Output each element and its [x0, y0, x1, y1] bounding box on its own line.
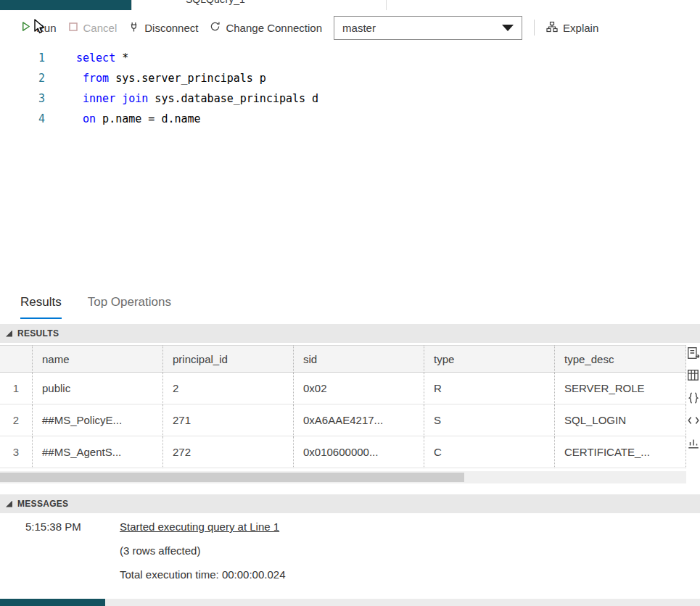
sql-text	[76, 112, 83, 125]
chevron-down-icon	[502, 25, 514, 31]
panel-tab-top-operations[interactable]: Top Operations	[88, 289, 171, 319]
sql-text	[76, 72, 83, 85]
disconnect-label: Disconnect	[144, 22, 198, 34]
editor-tab[interactable]: SQLQuery_1	[131, 0, 387, 10]
save-excel-icon[interactable]	[687, 369, 700, 382]
row-number-cell[interactable]: 2	[0, 404, 33, 436]
column-header-sid[interactable]: sid	[294, 345, 424, 373]
message-row: 5:15:38 PMStarted executing query at Lin…	[0, 515, 700, 539]
collapse-triangle-icon	[6, 331, 12, 337]
code-text: from sys.server_principals p	[45, 68, 266, 88]
sql-keyword: from	[83, 72, 109, 85]
collapse-triangle-icon	[6, 501, 12, 507]
grid-cell[interactable]: R	[424, 373, 555, 404]
grid-header-cells: nameprincipal_idsidtypetype_desc	[0, 345, 686, 373]
grid-cell[interactable]: ##MS_PolicyE...	[33, 404, 163, 436]
grid-cell[interactable]: S	[424, 404, 555, 436]
sql-text: sys.database_principals d	[148, 92, 318, 105]
message-text: (3 rows affected)	[120, 539, 200, 563]
editor-tab-label: SQLQuery_1	[186, 0, 245, 5]
grid-cell[interactable]: 271	[163, 404, 294, 436]
grid-cell[interactable]: 272	[163, 436, 294, 468]
panel-tab-results[interactable]: Results	[20, 289, 62, 319]
cancel-label: Cancel	[83, 22, 118, 34]
explain-flowchart-icon	[546, 21, 558, 35]
tab-bar: SQLQuery_1	[0, 0, 700, 10]
disconnect-button[interactable]: Disconnect	[128, 21, 198, 35]
line-number: 2	[0, 68, 45, 88]
messages-section-header[interactable]: MESSAGES	[0, 494, 700, 513]
cancel-button[interactable]: Cancel	[68, 22, 118, 34]
column-header-type_desc[interactable]: type_desc	[555, 345, 686, 373]
grid-cell[interactable]: ##MS_AgentS...	[33, 436, 163, 468]
sql-editor[interactable]: 1select *2 from sys.server_principals p3…	[0, 45, 700, 287]
editor-line: 3 inner join sys.database_principals d	[0, 88, 700, 109]
save-json-icon[interactable]	[687, 391, 700, 404]
editor-line: 4 on p.name = d.name	[0, 109, 700, 129]
grid-header-row: nameprincipal_idsidtypetype_desc	[0, 345, 686, 373]
change-connection-label: Change Connection	[226, 22, 322, 34]
chart-icon[interactable]	[687, 436, 700, 449]
messages-panel: 5:15:38 PMStarted executing query at Lin…	[0, 515, 700, 586]
cancel-icon	[68, 22, 78, 34]
status-bar-strip	[0, 599, 700, 606]
grid-cell[interactable]: 2	[163, 373, 294, 404]
results-section-header[interactable]: RESULTS	[0, 324, 700, 343]
code-text: inner join sys.database_principals d	[45, 88, 318, 109]
editor-line: 2 from sys.server_principals p	[0, 68, 700, 88]
results-section-label: RESULTS	[17, 328, 59, 339]
grid-cell[interactable]: public	[33, 373, 163, 404]
grid-action-icons	[687, 346, 700, 449]
run-button[interactable]: Run	[20, 21, 57, 34]
grid-horizontal-scrollbar[interactable]	[0, 471, 686, 483]
change-connection-button[interactable]: Change Connection	[210, 21, 322, 34]
row-number-cell[interactable]: 1	[0, 373, 33, 404]
explain-button[interactable]: Explain	[546, 21, 598, 35]
panel-tab-bar: ResultsTop Operations	[0, 287, 171, 320]
message-row: (3 rows affected)	[0, 539, 700, 563]
message-link[interactable]: Started executing query at Line 1	[120, 515, 279, 539]
status-bar-corner	[0, 599, 105, 606]
code-text: select *	[45, 48, 128, 68]
window-chrome-corner	[0, 0, 131, 10]
app-window: SQLQuery_1 Run Cancel Disconnect	[0, 0, 700, 606]
change-connection-icon	[210, 21, 221, 34]
grid-cell[interactable]: CERTIFICATE_...	[555, 436, 686, 468]
table-row: 3##MS_AgentS...2720x010600000...CCERTIFI…	[0, 436, 686, 468]
code-text: on p.name = d.name	[45, 109, 201, 129]
grid-cell[interactable]: C	[424, 436, 555, 468]
sql-text	[76, 92, 83, 105]
database-dropdown[interactable]: master	[334, 16, 522, 40]
message-text: Total execution time: 00:00:00.024	[120, 563, 286, 586]
grid-cell[interactable]: 0x010600000...	[294, 436, 424, 468]
line-number: 4	[0, 109, 45, 129]
grid-cell[interactable]: SERVER_ROLE	[555, 373, 686, 404]
save-csv-icon[interactable]	[687, 346, 700, 360]
save-xml-icon[interactable]	[687, 414, 700, 427]
disconnect-plug-icon	[128, 21, 139, 35]
sql-text: p.name = d.name	[96, 112, 201, 125]
row-number-cell[interactable]: 3	[0, 436, 33, 468]
column-header-type[interactable]: type	[424, 345, 555, 373]
message-timestamp	[0, 563, 120, 586]
scrollbar-thumb[interactable]	[0, 473, 464, 482]
column-header-name[interactable]: name	[33, 345, 163, 373]
results-grid: nameprincipal_idsidtypetype_desc 1public…	[0, 345, 686, 468]
message-timestamp	[0, 539, 120, 563]
toolbar-separator	[534, 20, 535, 36]
run-label: Run	[36, 22, 57, 34]
sql-text: *	[115, 51, 128, 65]
line-number: 3	[0, 88, 45, 109]
database-dropdown-value: master	[342, 22, 376, 34]
grid-corner-cell	[0, 345, 33, 373]
table-row: 2##MS_PolicyE...2710xA6AAE4217...SSQL_LO…	[0, 404, 686, 436]
messages-section-label: MESSAGES	[17, 499, 68, 509]
grid-body: 1public20x02RSERVER_ROLE2##MS_PolicyE...…	[0, 373, 686, 468]
grid-cell[interactable]: SQL_LOGIN	[555, 404, 686, 436]
grid-cell[interactable]: 0x02	[294, 373, 424, 404]
editor-line: 1select *	[0, 48, 700, 68]
grid-cell[interactable]: 0xA6AAE4217...	[294, 404, 424, 436]
line-number: 1	[0, 48, 45, 68]
column-header-principal_id[interactable]: principal_id	[163, 345, 294, 373]
sql-keyword: select	[76, 51, 115, 65]
